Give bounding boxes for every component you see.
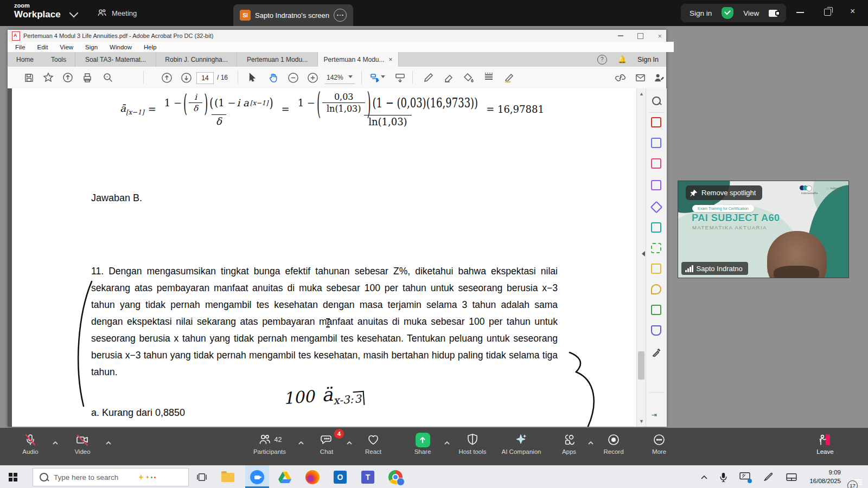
search-icon[interactable] — [101, 70, 115, 85]
panel-expand-icon[interactable]: ⇥ — [652, 411, 657, 419]
acrobat-restore-button[interactable] — [637, 33, 643, 39]
close-tab-icon[interactable]: × — [389, 56, 393, 63]
compress-pdf-icon[interactable] — [650, 284, 662, 295]
fit-caret-icon[interactable] — [381, 75, 385, 78]
export-pdf-icon[interactable] — [650, 117, 662, 128]
menu-sign[interactable]: Sign — [85, 44, 98, 50]
tray-cast-icon[interactable] — [739, 472, 751, 483]
create-pdf-icon[interactable] — [650, 137, 662, 149]
scrollbar-thumb[interactable] — [638, 351, 644, 380]
doc-tab-3[interactable]: Pertemuan 1 Modu... — [237, 52, 317, 67]
react-button[interactable]: React — [345, 432, 401, 455]
help-icon[interactable]: ? — [597, 55, 607, 65]
fill-color-icon[interactable] — [462, 70, 476, 85]
tray-expand-chevron[interactable] — [700, 475, 708, 480]
link-icon[interactable] — [613, 70, 627, 85]
menu-view[interactable]: View — [60, 44, 73, 50]
video-button[interactable]: Video — [54, 432, 111, 455]
google-drive-button[interactable] — [277, 470, 292, 485]
tray-pen-icon[interactable] — [763, 472, 774, 482]
fit-width-icon[interactable] — [368, 70, 382, 85]
view-layout-icon[interactable] — [769, 10, 777, 17]
highlighter-icon[interactable] — [502, 70, 516, 85]
star-icon[interactable] — [41, 70, 55, 85]
menu-window[interactable]: Window — [110, 44, 132, 50]
previous-page-icon[interactable] — [159, 70, 174, 85]
sign-in-button[interactable]: Sign in — [690, 9, 712, 17]
doc-tab-1[interactable]: Soal TA3- Matemat... — [75, 52, 156, 67]
tab-home[interactable]: Home — [8, 52, 42, 67]
save-icon[interactable] — [22, 70, 36, 85]
search-highlights-icon[interactable] — [138, 474, 156, 480]
more-button[interactable]: More — [631, 432, 687, 455]
menu-file[interactable]: File — [15, 44, 25, 50]
zoom-level-select[interactable]: 142% — [327, 72, 343, 83]
sign-person-icon[interactable] — [652, 70, 666, 85]
zoom-app-button[interactable] — [250, 470, 265, 485]
tab-meeting[interactable]: Meeting — [97, 8, 137, 18]
doc-tab-active[interactable]: Pertemuan 4 Modu... × — [317, 52, 399, 67]
page-display-icon[interactable] — [393, 70, 407, 85]
doc-tab-2[interactable]: Robin J. Cunningha... — [156, 52, 237, 67]
line-style-icon[interactable] — [482, 70, 496, 85]
page-number-input[interactable]: 14 — [196, 72, 214, 84]
print-icon[interactable] — [80, 70, 94, 85]
menu-help[interactable]: Help — [144, 44, 157, 50]
pencil-icon[interactable] — [422, 70, 436, 85]
chevron-down-icon[interactable] — [69, 9, 79, 18]
start-button[interactable] — [9, 473, 17, 481]
more-tools-icon[interactable] — [650, 346, 662, 358]
outlook-button[interactable]: O — [333, 470, 348, 485]
close-button[interactable]: × — [850, 7, 855, 16]
taskbar-clock[interactable]: 9:09 16/08/2025 — [809, 468, 841, 485]
task-view-button[interactable] — [194, 470, 209, 485]
view-button[interactable]: View — [743, 9, 759, 17]
scroll-down-icon[interactable]: ▼ — [639, 419, 644, 424]
tab-tools[interactable]: Tools — [42, 52, 75, 67]
minimize-button[interactable] — [796, 12, 804, 13]
share-button[interactable]: Share — [394, 432, 451, 455]
restore-button[interactable] — [824, 9, 831, 16]
host-tools-button[interactable]: Host tools — [444, 432, 501, 455]
menu-edit[interactable]: Edit — [37, 44, 48, 50]
edit-pdf-icon[interactable] — [650, 158, 662, 169]
audio-button[interactable]: Audio — [2, 432, 59, 455]
taskbar-search[interactable]: Type here to search — [33, 468, 189, 486]
chrome-button[interactable] — [388, 470, 403, 485]
remove-spotlight-button[interactable]: Remove spotlight — [686, 185, 762, 200]
next-page-icon[interactable] — [179, 70, 193, 85]
tray-microphone-icon[interactable] — [720, 472, 727, 482]
combine-files-icon[interactable] — [650, 222, 662, 233]
organize-pages-icon[interactable] — [650, 242, 662, 254]
hand-tool-icon[interactable] — [266, 70, 280, 85]
participants-button[interactable]: 42 Participants — [241, 432, 298, 455]
tray-touchpad-icon[interactable] — [786, 473, 797, 481]
email-icon[interactable] — [633, 70, 647, 85]
acrobat-sign-in[interactable]: Sign In — [637, 56, 659, 63]
stamp-icon[interactable] — [650, 263, 662, 274]
firefox-button[interactable] — [305, 470, 320, 485]
panel-collapse-icon[interactable] — [642, 251, 645, 256]
comment-icon[interactable] — [650, 179, 662, 191]
scroll-up-icon[interactable]: ▲ — [639, 91, 644, 97]
share-document-icon[interactable] — [61, 70, 75, 85]
bell-icon[interactable]: 🔔 — [618, 55, 627, 63]
teams-button[interactable]: T — [360, 470, 375, 485]
file-explorer-button[interactable] — [220, 470, 235, 485]
print-production-icon[interactable] — [650, 304, 662, 316]
acrobat-close-button[interactable]: × — [658, 33, 662, 40]
tab-shared-screen[interactable]: SI Sapto Indratno's screen — [233, 4, 353, 26]
protect-icon[interactable] — [650, 325, 662, 336]
panel-search-icon[interactable] — [650, 95, 662, 106]
eraser-icon[interactable] — [442, 70, 456, 85]
leave-button[interactable]: Leave — [797, 432, 853, 455]
security-shield-icon[interactable] — [722, 7, 733, 19]
vertical-scrollbar[interactable]: ▲ ▼ — [636, 88, 646, 427]
zoom-in-icon[interactable] — [305, 70, 320, 85]
acrobat-minimize-button[interactable] — [618, 35, 623, 36]
zoom-out-icon[interactable] — [286, 70, 300, 85]
participant-video-tile[interactable]: IndonesiaRe ∷∷ IndonesiaRe Exam Training… — [678, 181, 848, 278]
fill-sign-icon[interactable] — [650, 201, 662, 213]
zoom-caret-icon[interactable] — [348, 75, 353, 78]
more-options-icon[interactable] — [334, 9, 347, 22]
